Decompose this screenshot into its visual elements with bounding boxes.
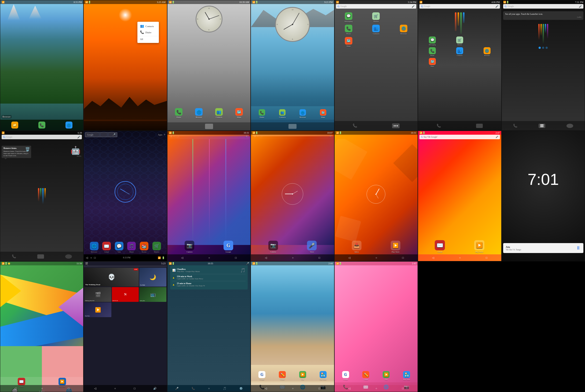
- add-icon-9[interactable]: +: [164, 133, 166, 137]
- browser-icon-6[interactable]: 🌐 Browser: [474, 47, 500, 56]
- nav-recent-16[interactable]: □: [134, 387, 136, 390]
- market-icon-6[interactable]: 🛒 Market: [447, 36, 473, 46]
- la-luna-thumb[interactable]: 🌙 La luna: [139, 268, 166, 287]
- nav-home-18[interactable]: ○: [292, 387, 294, 390]
- nav-music-17[interactable]: 🎵: [223, 387, 226, 390]
- camera-icon-10[interactable]: 📷 Camera: [185, 241, 194, 253]
- phone-icon-6[interactable]: 📞 Phone: [419, 47, 445, 56]
- nav-back-19[interactable]: ◁: [348, 387, 350, 390]
- nav-home-15[interactable]: ○: [41, 387, 43, 390]
- messaging-icon-6[interactable]: 💬 Messaging: [419, 36, 445, 46]
- volume-icon-16[interactable]: 🔊: [153, 387, 156, 390]
- google-search-5[interactable]: G Google 🎤: [336, 4, 416, 9]
- browser-icon-9[interactable]: 🌐 Browser: [90, 242, 98, 253]
- nav-recent-18[interactable]: □: [319, 387, 320, 390]
- nav-back-17[interactable]: 🎤: [175, 387, 178, 390]
- nav-home-10[interactable]: ○: [209, 256, 210, 259]
- play-pause-btn[interactable]: ⏸: [576, 245, 581, 251]
- nav-recent-9[interactable]: □: [94, 256, 96, 259]
- dialer-icon-3[interactable]: 📞 Dialer: [175, 108, 182, 118]
- nav-home-16[interactable]: ○: [114, 387, 116, 390]
- mic-icon-6[interactable]: 🎤: [495, 5, 498, 8]
- maps-icon-5[interactable]: 🗺️ Maps: [336, 37, 361, 47]
- gmail-icon-9[interactable]: ✉️ Gmail: [102, 242, 111, 253]
- music-icon-9[interactable]: 🎵 Music: [127, 242, 136, 253]
- home-nav-card[interactable]: ▲ 23 min to Home Light traffic on Atlant…: [172, 281, 246, 288]
- play-icon-19[interactable]: ▶️ Play: [376, 371, 396, 380]
- nav-back-9[interactable]: ◁: [86, 256, 88, 259]
- music-card[interactable]: 📊 Cloudless Thijs Bos · Google Play Musi…: [170, 265, 248, 290]
- nav-home-11[interactable]: ○: [292, 256, 294, 259]
- google-icon-10[interactable]: G Google: [224, 241, 233, 253]
- browser-icon-4[interactable]: 🌐 Browser: [299, 109, 306, 118]
- nav-back-10[interactable]: ◁: [181, 256, 183, 259]
- nav-back-12[interactable]: ◁: [348, 256, 350, 259]
- mic-icon-7[interactable]: 🎤: [579, 5, 582, 8]
- apps-label-9[interactable]: Apps: [158, 134, 162, 136]
- maps-icon-3[interactable]: 🗺️ Maps: [235, 108, 243, 118]
- walking-dead-thumb[interactable]: The Walking Dead AMC 💀: [84, 268, 139, 287]
- work-nav-card[interactable]: ▲ 134 min to Work Light traffic on Garde…: [172, 274, 246, 281]
- playstore-icon-13[interactable]: ▶️ Play Store: [474, 240, 484, 253]
- nav-recent-17[interactable]: ⚙️: [239, 387, 243, 390]
- nav-recent-10[interactable]: □: [235, 256, 237, 259]
- nav-home-17[interactable]: ○: [208, 387, 210, 390]
- market-icon-9[interactable]: 🛒 Market: [152, 242, 161, 253]
- contacts-icon-5[interactable]: 👥 Contacts: [363, 25, 389, 35]
- nav-recent-12[interactable]: □: [402, 256, 404, 259]
- maps-icon-6[interactable]: 🗺️ Maps: [419, 58, 445, 67]
- hulu-thumb[interactable]: 📺 hulu plus: [139, 287, 166, 302]
- browser-icon-3[interactable]: 🌐 Browser: [195, 108, 203, 118]
- playstore-icon-19[interactable]: 🏪 Play Store: [397, 371, 416, 380]
- nav-home-19[interactable]: ○: [375, 387, 377, 390]
- dock-phone[interactable]: 📞: [38, 122, 45, 129]
- mic-icon-17[interactable]: 🎤: [246, 262, 249, 265]
- google-icon-18[interactable]: G Google: [252, 371, 272, 380]
- nav-recent-15[interactable]: □: [68, 387, 70, 390]
- messaging-icon-5[interactable]: 💬 Messaging: [336, 12, 361, 23]
- contacts-icon-4[interactable]: 👥 Contacts: [279, 109, 286, 118]
- dialer-icon-4[interactable]: 📞 Dialer: [259, 109, 265, 118]
- nav-home-13[interactable]: ○: [459, 256, 461, 259]
- google-search-7[interactable]: G Google 🎤: [503, 4, 583, 9]
- nav-recent-13[interactable]: □: [486, 256, 487, 259]
- ok-google-bar[interactable]: G Say 'Ok Google' 🎤: [419, 135, 500, 139]
- nav-back-16[interactable]: ◁: [94, 387, 96, 390]
- browser-icon-5[interactable]: 🌐 Browser: [391, 25, 416, 35]
- google-search-8[interactable]: G Google 🎤: [2, 135, 82, 139]
- nav-back-15[interactable]: ◁: [14, 387, 16, 390]
- mic-icon-8[interactable]: 🎤: [77, 136, 80, 138]
- contacts-icon-3[interactable]: 👥 Contacts: [215, 108, 223, 118]
- mic-icon-5[interactable]: 🎤: [412, 5, 415, 8]
- walking-dead-thumb-2[interactable]: 🎬 Walking Dead S4: [84, 287, 111, 302]
- google-icon-19[interactable]: G Google: [336, 371, 355, 380]
- dock-folder[interactable]: 📁: [11, 122, 18, 129]
- google-search-9[interactable]: Google 🎤: [85, 132, 117, 137]
- nav-home-12[interactable]: ○: [375, 256, 377, 259]
- playstore-icon-18[interactable]: 🏪 Play Store: [313, 371, 333, 380]
- camera-icon-11[interactable]: 📷 Camera: [268, 241, 278, 253]
- playstore-icon-12[interactable]: ▶️ Play Store: [391, 241, 400, 253]
- all-menu-item[interactable]: All: [137, 37, 159, 42]
- nav-back-11[interactable]: ◁: [265, 256, 267, 259]
- mic-icon-13[interactable]: 🎤: [496, 136, 498, 138]
- nav-back-18[interactable]: ◁: [265, 387, 267, 390]
- contacts-menu-item[interactable]: Contacts: [145, 25, 154, 28]
- talk-icon-9[interactable]: 💬 Talk: [115, 242, 123, 253]
- inbox-icon-12[interactable]: 📥 Inbox: [352, 241, 361, 253]
- books-icon-9[interactable]: 📚 Books: [140, 242, 148, 253]
- play-icon-18[interactable]: ▶️ Play: [293, 371, 312, 380]
- phone-icon-5[interactable]: 📞 Phone: [336, 25, 361, 35]
- voice-icon-11[interactable]: 🎤 Voice: [307, 241, 317, 253]
- contacts-icon-6[interactable]: 👥 Contacts: [447, 47, 473, 56]
- nav-back-13[interactable]: ◁: [432, 256, 434, 259]
- create-icon-18[interactable]: ✏️ Create: [273, 371, 292, 380]
- netflix-thumb[interactable]: N NETFLIX: [112, 287, 139, 302]
- google-search-6[interactable]: G Google 🎤: [419, 4, 500, 9]
- nav-recent-11[interactable]: □: [319, 256, 320, 259]
- nav-recent-19[interactable]: □: [402, 387, 404, 390]
- nav-home-9[interactable]: ○: [90, 256, 92, 259]
- market-icon-5[interactable]: 🛒 Market: [363, 12, 389, 23]
- nav-phone-17[interactable]: 📞: [192, 387, 195, 390]
- dialer-menu-item[interactable]: Dialer: [145, 31, 152, 34]
